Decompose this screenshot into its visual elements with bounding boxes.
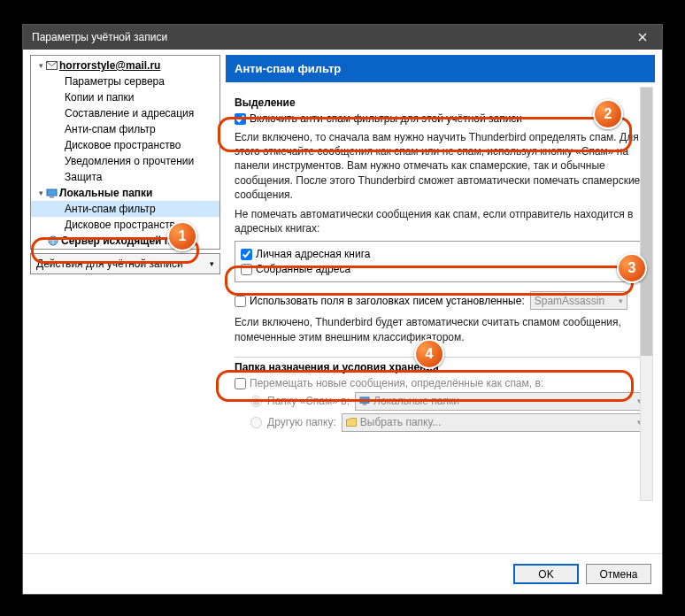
chevron-down-icon: ▾ (36, 61, 45, 70)
move-other-radio[interactable] (250, 417, 262, 428)
tree-local-folders[interactable]: ▾ Локальные папки (31, 185, 219, 201)
cancel-button[interactable]: Отмена (586, 564, 651, 584)
panel-header: Анти-спам фильтр (226, 55, 655, 82)
tree-item-disk-2[interactable]: Дисковое пространство (31, 217, 219, 233)
move-other-label: Другую папку: (267, 416, 336, 428)
move-spam-radio[interactable] (250, 396, 262, 407)
section-destination-title: Папка назначения и условия хранения (235, 357, 646, 373)
content-area: ▾ horrorstyle@mail.ru Параметры сервера … (23, 50, 662, 545)
header-classifier-select[interactable]: SpamAssassin ▾ (530, 291, 627, 310)
ab-collected-label: Собранные адреса (256, 263, 350, 275)
header-fields-label: Использовать поля в заголовках писем уст… (250, 295, 525, 307)
move-junk-checkbox[interactable] (235, 378, 246, 389)
window-title: Параметры учётной записи (32, 31, 167, 43)
move-spam-label: Папку «Спам» в: (267, 395, 350, 407)
svg-rect-2 (50, 196, 54, 198)
computer-icon (45, 189, 58, 198)
account-tree[interactable]: ▾ horrorstyle@mail.ru Параметры сервера … (30, 55, 220, 250)
computer-icon (359, 397, 370, 405)
chevron-down-icon: ▾ (210, 259, 214, 268)
move-junk-label: Перемещать новые сообщения, определённые… (250, 377, 543, 389)
addressbook-list: Личная адресная книга Собранные адреса (235, 241, 646, 282)
ab-collected-row[interactable]: Собранные адреса (241, 263, 640, 275)
tree-label: Локальные папки (59, 187, 153, 199)
enable-junk-label: Включить анти-спам фильтры для этой учёт… (250, 112, 522, 125)
move-other-folder-select[interactable]: Выбрать папку... ▾ (342, 413, 646, 432)
enable-junk-checkbox-row[interactable]: Включить анти-спам фильтры для этой учёт… (235, 112, 646, 125)
section-selection-title: Выделение (235, 96, 646, 109)
main-panel: Анти-спам фильтр Выделение Включить анти… (226, 55, 655, 545)
move-to-other-folder-row: Другую папку: Выбрать папку... ▾ (250, 413, 646, 432)
chevron-down-icon: ▾ (36, 189, 45, 197)
envelope-icon (45, 61, 58, 70)
account-actions-label: Действия для учётной записи (36, 258, 183, 270)
vertical-scrollbar[interactable] (640, 87, 653, 501)
svg-rect-1 (47, 189, 57, 196)
sidebar-container: ▾ horrorstyle@mail.ru Параметры сервера … (23, 50, 223, 545)
account-settings-window: Параметры учётной записи ▾ horrorstyle@m… (22, 24, 663, 595)
folder-icon (346, 418, 357, 427)
tree-label: Сервер исходящей поч... (61, 235, 192, 247)
svg-rect-5 (363, 404, 367, 404)
header-fields-description: Если включено, Thunderbird будет автомат… (235, 315, 646, 343)
chevron-down-icon: ▾ (619, 296, 623, 305)
tree-item-composition[interactable]: Составление и адресация (31, 105, 219, 121)
dialog-footer: OK Отмена (23, 553, 662, 594)
tree-item-server-settings[interactable]: Параметры сервера (31, 73, 219, 89)
titlebar: Параметры учётной записи (23, 25, 662, 50)
ab-collected-checkbox[interactable] (241, 264, 252, 275)
tree-item-receipts[interactable]: Уведомления о прочтении (31, 153, 219, 169)
scrollbar-thumb[interactable] (641, 88, 652, 356)
tree-smtp[interactable]: Сервер исходящей поч... (31, 233, 219, 249)
tree-item-disk-1[interactable]: Дисковое пространство (31, 137, 219, 153)
header-fields-row: Использовать поля в заголовках писем уст… (235, 291, 646, 310)
ab-personal-label: Личная адресная книга (256, 248, 371, 260)
svg-rect-4 (360, 397, 369, 403)
tree-label: horrorstyle@mail.ru (59, 59, 160, 72)
enable-junk-description: Если включено, то сначала вам нужно науч… (235, 130, 646, 202)
tree-account-mail[interactable]: ▾ horrorstyle@mail.ru (31, 58, 219, 73)
header-fields-checkbox[interactable] (235, 296, 246, 307)
globe-icon (47, 235, 59, 246)
addressbook-description: Не помечать автоматически сообщения как … (235, 207, 646, 235)
close-button[interactable] (623, 25, 662, 50)
tree-item-junk-1[interactable]: Анти-спам фильтр (31, 121, 219, 137)
move-junk-row[interactable]: Перемещать новые сообщения, определённые… (235, 377, 646, 389)
tree-item-junk-2[interactable]: Анти-спам фильтр (31, 201, 219, 217)
panel-body: Выделение Включить анти-спам фильтры для… (226, 82, 655, 543)
tree-item-copies[interactable]: Копии и папки (31, 89, 219, 105)
tree-item-security[interactable]: Защита (31, 169, 219, 185)
close-icon (638, 33, 647, 42)
move-to-spam-folder-row: Папку «Спам» в: Локальные папки ▾ (250, 392, 646, 411)
move-spam-account-select[interactable]: Локальные папки ▾ (355, 392, 646, 411)
ok-button[interactable]: OK (513, 564, 579, 584)
account-actions-button[interactable]: Действия для учётной записи ▾ (30, 253, 220, 274)
enable-junk-checkbox[interactable] (235, 113, 246, 125)
ab-personal-row[interactable]: Личная адресная книга (241, 248, 640, 260)
header-fields-checkbox-row[interactable]: Использовать поля в заголовках писем уст… (235, 295, 525, 307)
ab-personal-checkbox[interactable] (241, 249, 252, 260)
